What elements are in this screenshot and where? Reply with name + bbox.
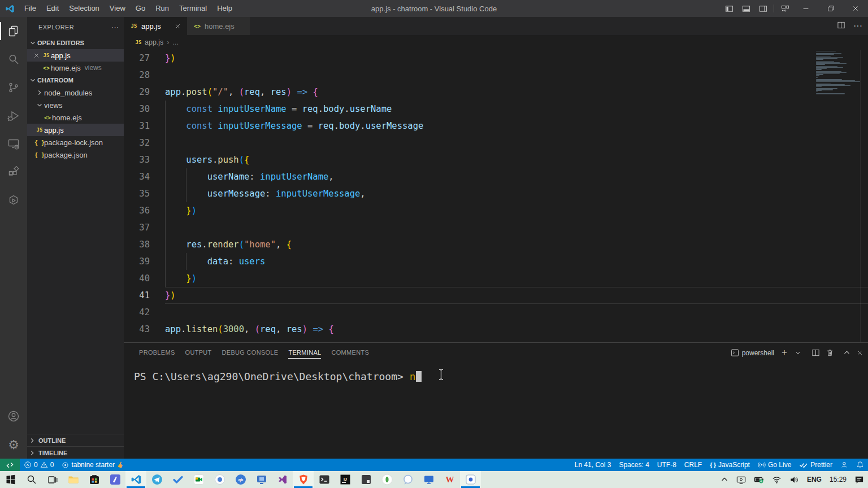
vscode-logo-icon[interactable] (0, 4, 19, 14)
outline-section[interactable]: OUTLINE (27, 434, 124, 446)
taskbar-intellij-icon[interactable]: IJ (335, 471, 355, 488)
activity-source-control-icon[interactable] (0, 73, 27, 102)
status-feedback[interactable] (836, 459, 852, 471)
line-number[interactable]: 31 (124, 117, 165, 134)
line-number[interactable]: 27 (124, 50, 165, 67)
activity-accounts-icon[interactable] (0, 402, 27, 430)
taskbar-monitor-app-icon[interactable] (418, 471, 439, 488)
close-button[interactable] (843, 0, 868, 17)
taskbar-screen-recorder-icon[interactable] (460, 471, 481, 488)
menu-view[interactable]: View (105, 0, 131, 17)
code-line-40[interactable]: 40 }) (124, 270, 868, 287)
taskbar-vscode-icon[interactable] (125, 471, 146, 488)
line-number[interactable]: 32 (124, 134, 165, 151)
panel-tab-problems[interactable]: PROBLEMS (134, 343, 180, 363)
terminal-shell-selector[interactable]: powershell (731, 348, 774, 357)
tray-battery-icon[interactable] (750, 471, 768, 488)
tree-item-node_modules[interactable]: node_modules (27, 86, 124, 99)
taskbar-microsoft-store-icon[interactable] (84, 471, 105, 488)
line-number[interactable]: 29 (124, 84, 165, 101)
code-line-35[interactable]: 35 userMessage: inputUserMessage, (124, 185, 868, 202)
menu-terminal[interactable]: Terminal (174, 0, 212, 17)
kill-terminal-icon[interactable] (826, 348, 834, 357)
close-editor-icon[interactable] (32, 52, 41, 59)
close-panel-icon[interactable] (856, 349, 863, 356)
line-number[interactable]: 41 (124, 287, 165, 304)
line-number[interactable]: 40 (124, 270, 165, 287)
taskbar-signal-icon[interactable] (397, 471, 418, 488)
status-remote-indicator[interactable] (0, 459, 20, 471)
terminal[interactable]: PS C:\Users\ag290\OneDrive\Desktop\chatr… (124, 363, 868, 382)
code-line-37[interactable]: 37 (124, 219, 868, 236)
activity-run-and-debug-icon[interactable] (0, 102, 27, 130)
taskbar-circle-app-icon[interactable] (209, 471, 230, 488)
line-number[interactable]: 38 (124, 236, 165, 253)
taskbar-start-icon[interactable] (0, 471, 21, 488)
code-line-41[interactable]: 41}) (124, 287, 868, 304)
panel-tab-debug-console[interactable]: DEBUG CONSOLE (217, 343, 284, 363)
status-go-live[interactable]: Go Live (754, 459, 795, 471)
code-line-27[interactable]: 27}) (124, 50, 868, 67)
status-prettier[interactable]: Prettier (795, 459, 836, 471)
toggle-sidebar-icon[interactable] (721, 0, 737, 17)
terminal-dropdown-icon[interactable] (795, 350, 801, 356)
status-tabnine[interactable]: tabnine starter☛ (58, 459, 128, 471)
close-tab-icon[interactable] (167, 23, 181, 30)
tab-home-ejs[interactable]: <>home.ejs (187, 17, 250, 35)
tray-volume-icon[interactable] (785, 471, 803, 488)
taskbar-google-meet-icon[interactable] (188, 471, 209, 488)
tree-item-app-js[interactable]: JSapp.js (27, 124, 124, 136)
menu-go[interactable]: Go (131, 0, 150, 17)
status-language-mode[interactable]: { }JavaScript (706, 459, 754, 471)
line-number[interactable]: 33 (124, 151, 165, 168)
status-encoding[interactable]: UTF-8 (653, 459, 680, 471)
tray-chevron-up-icon[interactable] (717, 471, 732, 488)
restore-button[interactable] (818, 0, 843, 17)
line-number[interactable]: 43 (124, 321, 165, 338)
taskbar-wps-office-icon[interactable]: W (439, 471, 460, 488)
activity-remote-explorer-icon[interactable] (0, 130, 27, 158)
editor-scrollbar[interactable] (860, 50, 868, 342)
menu-run[interactable]: Run (150, 0, 174, 17)
breadcrumb[interactable]: JS app.js › ... (124, 35, 868, 50)
code-line-42[interactable]: 42 (124, 304, 868, 321)
status-cursor-position[interactable]: Ln 41, Col 3 (571, 459, 615, 471)
terminal-input[interactable]: n (410, 371, 416, 382)
toggle-panel-icon[interactable] (737, 0, 754, 17)
status-problems[interactable]: 00 (20, 459, 58, 471)
menu-edit[interactable]: Edit (41, 0, 64, 17)
tray-cast-icon[interactable] (732, 471, 750, 488)
breadcrumb-file[interactable]: app.js (145, 38, 163, 46)
activity-explorer-icon[interactable] (0, 17, 27, 45)
line-number[interactable]: 39 (124, 253, 165, 270)
code-line-36[interactable]: 36 }) (124, 202, 868, 219)
taskbar-teams-app-icon[interactable] (251, 471, 272, 488)
taskbar-leaf-app-icon[interactable] (376, 471, 397, 488)
action-center-icon[interactable] (850, 471, 868, 488)
activity-search-icon[interactable] (0, 45, 27, 73)
toggle-secondary-sidebar-icon[interactable] (754, 0, 771, 17)
taskbar-file-explorer-icon[interactable] (63, 471, 84, 488)
more-actions-icon[interactable]: ··· (853, 21, 862, 31)
tab-app-js[interactable]: JSapp.js (124, 17, 187, 35)
code-line-39[interactable]: 39 data: users (124, 253, 868, 270)
open-editors-header[interactable]: OPEN EDITORS (27, 37, 124, 49)
split-terminal-icon[interactable] (811, 348, 820, 357)
activity-extensions-icon[interactable] (0, 158, 27, 186)
activity-settings-icon[interactable]: ⚙ (0, 430, 27, 459)
code-line-28[interactable]: 28 (124, 67, 868, 84)
line-number[interactable]: 30 (124, 101, 165, 117)
split-editor-icon[interactable] (837, 21, 845, 32)
code-line-43[interactable]: 43app.listen(3000, (req, res) => { (124, 321, 868, 338)
tree-item-views[interactable]: views (27, 99, 124, 111)
taskbar-task-view-icon[interactable] (42, 471, 63, 488)
keyboard-language[interactable]: ENG (803, 471, 826, 488)
code-line-29[interactable]: 29app.post("/", (req, res) => { (124, 84, 868, 101)
tray-wifi-icon[interactable] (768, 471, 785, 488)
code-line-32[interactable]: 32 (124, 134, 868, 151)
status-indentation[interactable]: Spaces: 4 (615, 459, 653, 471)
status-eol[interactable]: CRLF (680, 459, 706, 471)
open-editor-item[interactable]: JSapp.js (27, 49, 124, 62)
code-line-38[interactable]: 38 res.render("home", { (124, 236, 868, 253)
code-editor[interactable]: 27})2829app.post("/", (req, res) => {30 … (124, 50, 868, 342)
